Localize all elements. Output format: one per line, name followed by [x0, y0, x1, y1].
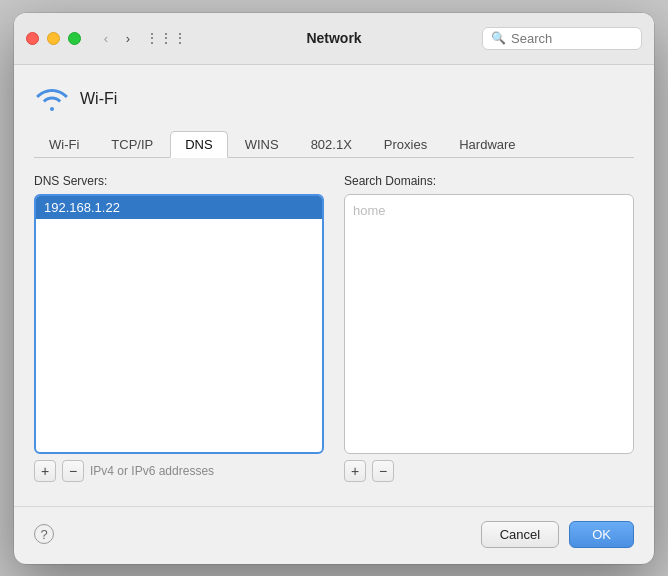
dns-servers-section: DNS Servers: 192.168.1.22 + − IPv4 or IP… [34, 174, 324, 482]
titlebar: ‹ › ⋮⋮⋮ Network 🔍 [14, 13, 654, 65]
tab-dns[interactable]: DNS [170, 131, 227, 158]
dns-servers-label: DNS Servers: [34, 174, 324, 188]
network-window: ‹ › ⋮⋮⋮ Network 🔍 Wi-Fi Wi-Fi TCP/IP [14, 13, 654, 564]
action-buttons: Cancel OK [481, 521, 634, 548]
wifi-icon [34, 81, 70, 117]
traffic-lights [26, 32, 81, 45]
maximize-button[interactable] [68, 32, 81, 45]
close-button[interactable] [26, 32, 39, 45]
search-domains-label: Search Domains: [344, 174, 634, 188]
search-domains-section: Search Domains: home + − [344, 174, 634, 482]
wifi-label: Wi-Fi [80, 90, 117, 108]
nav-arrows: ‹ › [97, 29, 137, 47]
tabs-bar: Wi-Fi TCP/IP DNS WINS 802.1X Proxies Har… [34, 131, 634, 158]
dns-servers-list[interactable]: 192.168.1.22 [34, 194, 324, 454]
forward-button[interactable]: › [119, 29, 137, 47]
main-content: Wi-Fi Wi-Fi TCP/IP DNS WINS 802.1X Proxi… [14, 65, 654, 502]
dns-panel: DNS Servers: 192.168.1.22 + − IPv4 or IP… [34, 174, 634, 482]
tab-proxies[interactable]: Proxies [369, 131, 442, 158]
search-domains-list[interactable]: home [344, 194, 634, 454]
search-input[interactable] [511, 31, 631, 46]
dns-hint: IPv4 or IPv6 addresses [90, 464, 214, 478]
tab-8021x[interactable]: 802.1X [296, 131, 367, 158]
tab-tcpip[interactable]: TCP/IP [96, 131, 168, 158]
help-button[interactable]: ? [34, 524, 54, 544]
ok-button[interactable]: OK [569, 521, 634, 548]
search-bar[interactable]: 🔍 [482, 27, 642, 50]
back-button[interactable]: ‹ [97, 29, 115, 47]
minimize-button[interactable] [47, 32, 60, 45]
tab-wins[interactable]: WINS [230, 131, 294, 158]
search-domains-controls: + − [344, 460, 634, 482]
tab-hardware[interactable]: Hardware [444, 131, 530, 158]
bottom-bar: ? Cancel OK [14, 506, 654, 564]
tab-wifi[interactable]: Wi-Fi [34, 131, 94, 158]
search-domains-placeholder: home [353, 203, 386, 218]
domain-add-button[interactable]: + [344, 460, 366, 482]
dns-remove-button[interactable]: − [62, 460, 84, 482]
search-icon: 🔍 [491, 31, 506, 45]
dns-servers-controls: + − IPv4 or IPv6 addresses [34, 460, 324, 482]
grid-icon[interactable]: ⋮⋮⋮ [145, 30, 187, 46]
network-header: Wi-Fi [34, 81, 634, 117]
titlebar-title: Network [306, 30, 361, 46]
dns-server-entry[interactable]: 192.168.1.22 [36, 196, 322, 219]
cancel-button[interactable]: Cancel [481, 521, 559, 548]
domain-remove-button[interactable]: − [372, 460, 394, 482]
dns-add-button[interactable]: + [34, 460, 56, 482]
